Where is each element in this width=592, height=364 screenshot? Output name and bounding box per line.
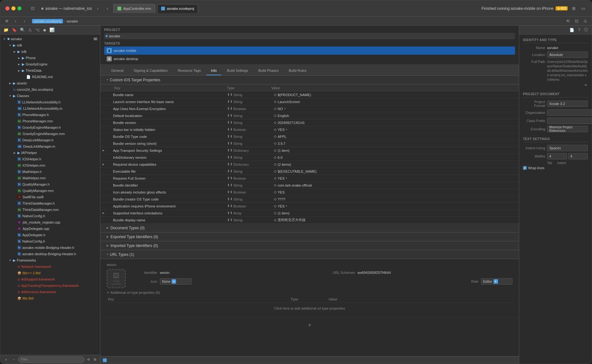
tab-info[interactable]: Info <box>206 66 221 75</box>
tree-item-qualitymgr-mm[interactable]: m QualityManager.mm <box>0 188 100 194</box>
forward-button[interactable]: › <box>104 5 111 12</box>
prop-executable-file[interactable]: Executable file ⬆⬇ String ◇ $(EXECUTABLE… <box>100 168 519 175</box>
tree-item-iaphelper[interactable]: ▶ ▶ IAPHelper <box>0 150 100 156</box>
minimize-button[interactable] <box>11 6 16 10</box>
tree-root-asnake[interactable]: ▼ ■ asnake M <box>0 36 100 42</box>
rp-info-btn[interactable]: ⓘ <box>583 27 589 33</box>
panel-toggle-button[interactable]: ▭ <box>580 5 587 12</box>
tree-item-apptracking[interactable]: ⊙ AppTrackingTransparency.framework <box>0 282 100 289</box>
tree-item-frameworks[interactable]: ▼ ▶ Frameworks <box>0 257 100 263</box>
prop-encryption[interactable]: App Uses Non-Exempt Encryption ⬆⬇ Boolea… <box>100 105 519 112</box>
tab-resource-tags[interactable]: Resource Tags <box>173 66 205 75</box>
tree-item-qualitymgr-h[interactable]: h QualityManager.h <box>0 181 100 188</box>
target-desktop[interactable]: 🖥 asnake-desktop <box>104 55 515 63</box>
tab-appcontroller[interactable]: AppController.mm <box>113 4 155 13</box>
prop-status-bar[interactable]: Status bar is initially hidden ⬆⬇ Boolea… <box>100 126 519 133</box>
prop-required-capabilities[interactable]: ▶ Required device capabilities ⬆⬇ Dictio… <box>100 161 519 168</box>
git-btn[interactable]: ⌥ <box>34 27 41 33</box>
tree-item-appdelegate-h[interactable]: h AppDelegate.h <box>0 232 100 238</box>
additional-url-toggle[interactable]: ▼ Additional url type properties (0) <box>107 291 513 294</box>
sidebar-settings-btn[interactable]: ⚙ <box>86 357 91 362</box>
imported-identifiers-section-header[interactable]: ▶ Imported Type Identifiers (0) <box>100 241 519 250</box>
tree-item-mailhelper-h[interactable]: h MailHelper.h <box>0 169 100 175</box>
tab-xcodeproj[interactable]: asnake.xcodeproj <box>157 4 198 13</box>
tree-item-swiftfile[interactable]: S SwiftFile.swift <box>0 194 100 200</box>
tab-build-phases[interactable]: Build Phases <box>254 66 283 75</box>
rp-help-btn[interactable]: ? <box>577 27 582 33</box>
tree-item-deeplink-h[interactable]: h DeepLinkManager.h <box>0 137 100 143</box>
tree-item-thinkdatamgr-mm[interactable]: m ThinkDataManager.mm <box>0 207 100 213</box>
rp-wrap-lines-checkbox[interactable] <box>523 166 527 170</box>
tree-item-deeplink-m[interactable]: m DeepLinkManager.m <box>0 143 100 150</box>
folder-view-btn[interactable]: 📁 <box>2 27 10 33</box>
tab-general[interactable]: General <box>107 66 128 75</box>
tree-item-libcpp[interactable]: 📦 libc++.1.tbd <box>0 270 100 276</box>
icon-dropdown[interactable]: None ▾ <box>160 278 192 285</box>
prop-launch-screen[interactable]: Launch screen interface file base name ⬆… <box>100 98 519 105</box>
sidebar-expand-btn[interactable]: ⊞ <box>92 357 98 362</box>
split-editor-button[interactable]: ⊞ <box>570 5 577 12</box>
prop-icon-gloss[interactable]: Icon already includes gloss effects ⬆⬇ B… <box>100 189 519 196</box>
close-button[interactable] <box>5 6 9 10</box>
click-to-add[interactable]: Click here to add additional url type pr… <box>107 303 513 314</box>
sync-button[interactable]: ⟲ <box>564 17 571 25</box>
prop-bundle-creator-type[interactable]: Bundle creator OS Type code ⬆⬇ String ◇ … <box>100 196 519 203</box>
tree-item-nativeconfig-h[interactable]: h NativeConfig.h <box>0 213 100 219</box>
tree-item-adservices[interactable]: ⊙ AdServices.framework <box>0 289 100 295</box>
tree-item-libz[interactable]: 📦 libz.tbd <box>0 295 100 301</box>
tree-item-bridging-mobile[interactable]: h asnake-mobile-Bridging-Header.h <box>0 244 100 251</box>
prop-requires-iphone[interactable]: Application requires iPhone environment … <box>100 203 519 210</box>
tree-item-gravity-h[interactable]: h GravityEngineManager.h <box>0 124 100 131</box>
url-types-section-header[interactable]: ▾ URL Types (1) <box>100 250 519 259</box>
rp-file-btn[interactable]: 📄 <box>568 27 576 33</box>
tree-item-assets[interactable]: ▶ ▶ assets <box>0 80 100 86</box>
tree-item-sdk-inner[interactable]: ▶ ▶ sdk <box>0 48 100 55</box>
tree-item-cocos2d[interactable]: ⊙ cocos2d_libs.xcodeproj <box>0 86 100 93</box>
tree-item-ioshelper-mm[interactable]: m IOSHelper.mm <box>0 162 100 169</box>
rp-location-dropdown[interactable]: Absolute <box>547 52 588 58</box>
tree-item-mailhelper-mm[interactable]: m MailHelper.mm <box>0 175 100 181</box>
warning-badge[interactable]: ⚠ 413 <box>556 6 568 10</box>
prop-bundle-id[interactable]: Bundle identifier ⬆⬇ String ◇ com.lark.s… <box>100 182 519 189</box>
prop-bundle-version-short[interactable]: Bundle version string (short) ⬆⬇ String … <box>100 140 519 147</box>
target-mobile[interactable]: 📱 asnake-mobile <box>104 46 515 55</box>
tree-item-bridging-desktop[interactable]: h asnake-desktop-Bridging-Header.h <box>0 251 100 257</box>
tab-build-settings[interactable]: Build Settings <box>223 66 253 75</box>
remove-item-button[interactable]: − <box>10 356 17 363</box>
prop-full-screen[interactable]: Requires Full Screen ⬆⬇ Boolean ◇ YES ▾ <box>100 175 519 182</box>
tree-item-classes[interactable]: ▼ ▶ Classes <box>0 93 100 99</box>
bookmark-btn[interactable]: 🔖 <box>10 27 18 33</box>
back-nav-button[interactable]: ‹ <box>12 17 19 25</box>
tree-item-phonemgr-h[interactable]: h PhoneManager.h <box>0 112 100 118</box>
forward-nav-button[interactable]: › <box>21 17 28 25</box>
icon-dropdown-arrow-btn[interactable]: ▾ <box>172 279 176 284</box>
tree-item-ioshelper-h[interactable]: h IOSHelper.h <box>0 156 100 162</box>
prop-default-locale[interactable]: Default localization ⬆⬇ String ◇ English <box>100 112 519 119</box>
exported-identifiers-section-header[interactable]: ▶ Exported Type Identifiers (0) <box>100 232 519 241</box>
tree-item-thinkdata[interactable]: ▶ ▶ ThinkData <box>0 67 100 74</box>
rp-project-format-dropdown[interactable]: Xcode 3.2 <box>547 101 588 107</box>
rp-organization-input[interactable] <box>547 109 592 116</box>
prop-bundle-display-name[interactable]: Bundle display name ⬆⬇ String ◇ 贪吃蛇无尽大作战 <box>100 217 519 224</box>
role-dropdown-arrow-btn[interactable]: ▾ <box>494 279 498 284</box>
tab-signing[interactable]: Signing & Capabilities <box>129 66 172 75</box>
tree-item-network-fw[interactable]: ⊙ Network.framework <box>0 263 100 270</box>
prop-bundle-name[interactable]: Bundle name ⬆⬇ String ◇ $(PRODUCT_NAME) <box>100 91 519 98</box>
sidebar-filter-input[interactable]: Filter <box>18 356 85 363</box>
prop-bundle-os-type[interactable]: Bundle OS Type code ⬆⬇ String ◇ APPL <box>100 133 519 140</box>
grid-view-button[interactable]: ⊞ <box>3 17 10 25</box>
tree-item-phone[interactable]: ▶ ▶ Phone <box>0 55 100 61</box>
tree-item-phonemgr-mm[interactable]: m PhoneManager.mm <box>0 118 100 124</box>
tree-item-gravity[interactable]: ▶ ▶ GravityEngine <box>0 61 100 67</box>
tab-build-rules[interactable]: Build Rules <box>284 66 311 75</box>
add-item-button[interactable]: + <box>3 356 9 363</box>
tree-item-llnet2[interactable]: m LLNetworkAccessibility.m <box>0 105 100 112</box>
rp-encoding-dropdown[interactable]: Minimize Project References <box>547 126 588 132</box>
breakpoint-btn[interactable]: ◆ <box>42 27 47 33</box>
rp-path-reveal-btn[interactable]: ⇥ <box>583 83 588 87</box>
project-item-asnake[interactable]: ■ asnake <box>104 33 515 39</box>
back-button[interactable]: ‹ <box>94 5 101 12</box>
prop-orientations[interactable]: ▶ Supported interface orientations ⬆⬇ Ar… <box>100 210 519 217</box>
tree-item-gravity-mm[interactable]: m GravityEngineManager.mm <box>0 131 100 137</box>
tree-item-readme[interactable]: 📄 README.md <box>0 74 100 80</box>
